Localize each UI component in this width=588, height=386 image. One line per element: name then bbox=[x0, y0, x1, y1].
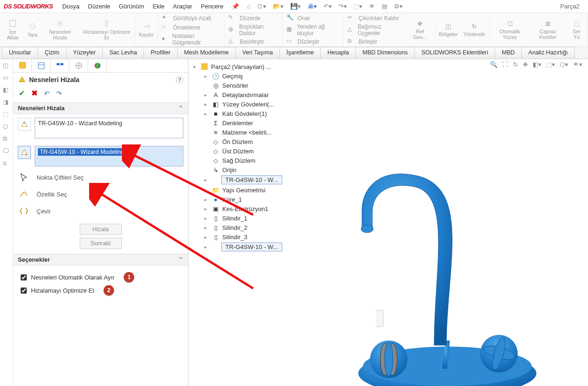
side-icon-7[interactable]: ⧉ bbox=[3, 135, 10, 143]
menu-insert[interactable]: Ekle bbox=[153, 3, 165, 10]
zoomfit-icon[interactable]: 🔍 bbox=[490, 61, 498, 68]
move-object-icon[interactable]: ↗ bbox=[18, 146, 31, 159]
side-icon-2[interactable]: ▭ bbox=[3, 74, 10, 82]
gear-icon[interactable]: ⚙▾ bbox=[394, 3, 403, 10]
menu-view[interactable]: Görünüm bbox=[119, 3, 144, 10]
tab-evaluate[interactable]: Hesapla bbox=[320, 47, 356, 59]
tool-feature[interactable]: Özellik Seç bbox=[37, 191, 67, 198]
shift-icon[interactable] bbox=[142, 22, 151, 30]
eye-icon[interactable]: 👁 bbox=[369, 3, 375, 10]
expander-icon[interactable]: ▸ bbox=[204, 197, 209, 202]
pan-icon[interactable]: ✥ bbox=[523, 61, 528, 68]
tree-history[interactable]: Geçmiş bbox=[222, 73, 243, 80]
opt-optimize-align[interactable] bbox=[21, 288, 27, 294]
moving-selection-box[interactable]: TR-G4SW-10 - Wizard Modeling2 bbox=[35, 146, 183, 167]
tree-solidbodies[interactable]: Katı Gövdeler(1) bbox=[222, 110, 267, 117]
expander-icon[interactable]: ▸ bbox=[204, 177, 209, 182]
panel-tab-appearance[interactable] bbox=[69, 59, 88, 72]
redo-icon[interactable]: ↷▾ bbox=[339, 3, 347, 10]
section-icon[interactable]: ⬚▾ bbox=[546, 61, 555, 68]
form-icon[interactable]: ▤ bbox=[382, 3, 387, 10]
anchor-reference-icon[interactable]: ⚓ bbox=[18, 118, 31, 131]
menu-pin-icon[interactable]: 📌 bbox=[232, 3, 239, 10]
reference-selection-box[interactable]: TR-G4SW-10 - Wizard Modeling bbox=[35, 118, 183, 138]
tree-root[interactable]: Parça2 (Varsayılan) ... bbox=[211, 63, 271, 70]
feature-select-icon[interactable] bbox=[18, 188, 30, 200]
tree-cyl1[interactable]: Silindir_1 bbox=[222, 215, 247, 222]
tab-sheetmetal[interactable]: Sac Levha bbox=[102, 47, 144, 59]
ribbon-cross[interactable]: Çapraz Kesitler bbox=[532, 29, 564, 40]
align-button[interactable]: Hizala bbox=[80, 224, 122, 235]
tree-cyl2[interactable]: Silindir_2 bbox=[222, 224, 247, 231]
menu-edit[interactable]: Düzenle bbox=[88, 3, 111, 10]
tab-mbd-dim[interactable]: MBD Dimensions bbox=[355, 47, 415, 59]
ribbon-refgeo[interactable]: Ref Geo... bbox=[409, 29, 431, 40]
scan-icon[interactable] bbox=[28, 22, 37, 30]
cross-icon[interactable]: ⊞ bbox=[543, 20, 552, 29]
ribbon-remesh[interactable]: ▦Yeniden ağ oluştur bbox=[286, 23, 339, 37]
ribbon-simplify[interactable]: △Basitleştir bbox=[228, 38, 264, 46]
pointer-icon[interactable] bbox=[18, 171, 30, 183]
cube-icon[interactable]: ⬡▾ bbox=[560, 61, 568, 68]
expander-icon[interactable]: ▾ bbox=[193, 64, 198, 69]
tab-mesh[interactable]: Mesh Modelleme bbox=[177, 47, 236, 59]
tab-surfaces[interactable]: Yüzeyler bbox=[66, 47, 103, 59]
tree-sensors[interactable]: Sensörler bbox=[222, 82, 249, 89]
tree-surfacebodies[interactable]: Yüzey Gövdeleri(... bbox=[222, 101, 274, 108]
menu-tools[interactable]: Araçlar bbox=[173, 3, 192, 10]
align-icon[interactable] bbox=[56, 19, 64, 28]
select-icon[interactable]: ⬚▾ bbox=[354, 3, 362, 10]
open-icon[interactable]: 📂▾ bbox=[273, 3, 284, 10]
expander-icon[interactable]: ▸ bbox=[204, 111, 209, 116]
tree-selected-2[interactable]: TR-G4SW-10 - W... bbox=[221, 242, 282, 251]
tree-equations[interactable]: Denklemler bbox=[222, 120, 253, 127]
panel-tab-color[interactable] bbox=[88, 59, 107, 72]
tab-sketch[interactable]: Çizim bbox=[38, 47, 66, 59]
ribbon-autosurf[interactable]: Otomatik Yüzey bbox=[493, 29, 526, 40]
side-icon-4[interactable]: ◨ bbox=[3, 98, 10, 106]
tab-features[interactable]: Unsurlar bbox=[2, 47, 38, 59]
expander-icon[interactable]: ▸ bbox=[204, 92, 209, 98]
expander-icon[interactable]: ▸ bbox=[204, 225, 209, 230]
tree-sphere[interactable]: Küre_1 bbox=[222, 196, 242, 203]
undo-small-icon[interactable]: ↶ bbox=[44, 90, 50, 97]
tree-origin[interactable]: Orijin bbox=[222, 167, 236, 174]
autosurf-icon[interactable]: ⬡ bbox=[505, 20, 514, 29]
tree-annotations[interactable]: Detaylandırmalar bbox=[222, 91, 269, 98]
free-icon[interactable]: ⬚ bbox=[573, 20, 581, 29]
panel-tab-feature[interactable] bbox=[13, 59, 32, 72]
help-icon[interactable]: ? bbox=[176, 76, 183, 83]
menu-file[interactable]: Dosya bbox=[62, 3, 80, 10]
tab-addins[interactable]: SOLIDWORKS Eklentileri bbox=[415, 47, 495, 59]
regions-icon[interactable]: ◫ bbox=[444, 23, 452, 31]
ribbon-repair[interactable]: 🔧Onar bbox=[286, 14, 310, 23]
menu-window[interactable]: Pencere bbox=[201, 3, 223, 10]
ok-icon[interactable]: ✔ bbox=[19, 89, 25, 98]
orient-icon[interactable]: ↻ bbox=[470, 23, 479, 31]
hide-icon[interactable]: 👁▾ bbox=[573, 61, 582, 68]
tab-marking[interactable]: İşaretleme bbox=[279, 47, 321, 59]
cancel-icon[interactable]: ✖ bbox=[31, 89, 38, 98]
expander-icon[interactable]: ▸ bbox=[204, 244, 209, 250]
panel-tab-config[interactable] bbox=[51, 59, 69, 72]
print-icon[interactable]: 🖶▾ bbox=[308, 3, 317, 10]
tab-mbd[interactable]: MBD bbox=[495, 47, 522, 59]
save-icon[interactable]: 💾▾ bbox=[290, 3, 301, 10]
flip-icon[interactable] bbox=[18, 205, 30, 217]
ribbon-align[interactable]: Nesneleri Hizala bbox=[43, 29, 77, 40]
ribbon-scan[interactable]: Tara bbox=[28, 32, 38, 38]
tree-buildgeo[interactable]: Yapı Geometrisi bbox=[222, 187, 265, 194]
ribbon-regions[interactable]: Bölgeler bbox=[439, 31, 458, 37]
expander-icon[interactable]: ▸ bbox=[204, 74, 209, 79]
expander-icon[interactable]: ▸ bbox=[204, 206, 209, 212]
tool-point-pairs[interactable]: Nokta Çiftleri Seç bbox=[37, 174, 83, 181]
tree-front[interactable]: Ön Düzlem bbox=[222, 138, 253, 145]
tree-selected-1[interactable]: TR-G4SW-10 - W... bbox=[221, 175, 282, 184]
tree-material[interactable]: Malzeme <belirli... bbox=[222, 129, 271, 136]
undo-icon[interactable]: ↶▾ bbox=[324, 3, 332, 10]
expander-icon[interactable]: ▸ bbox=[204, 102, 209, 107]
expander-icon[interactable]: ▸ bbox=[204, 235, 209, 240]
panel-tab-display[interactable] bbox=[32, 59, 51, 72]
tree-right[interactable]: Sağ Düzlem bbox=[222, 157, 256, 164]
tree-cyl3[interactable]: Silindir_3 bbox=[222, 234, 247, 241]
